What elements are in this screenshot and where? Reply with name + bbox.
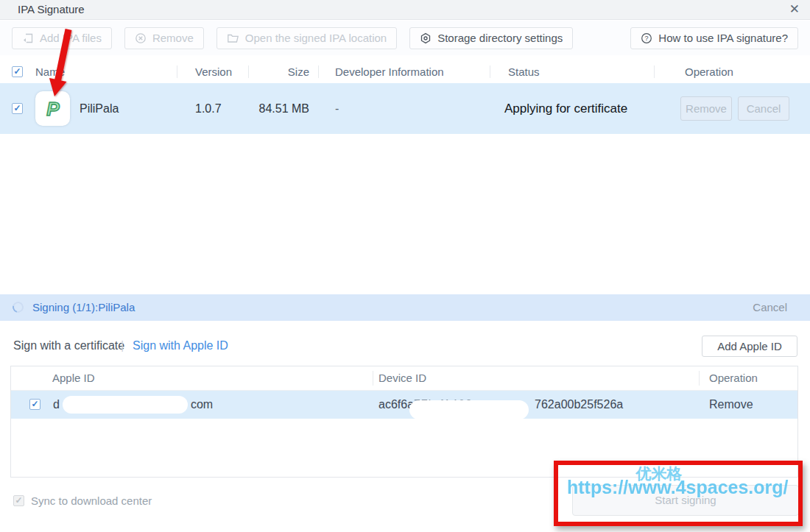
sync-download-checkbox: ✓ bbox=[13, 495, 24, 506]
tab-sign-with-certificate[interactable]: Sign with a certificate bbox=[13, 330, 124, 362]
tab-divider: | bbox=[121, 330, 124, 362]
apple-id-prefix: d bbox=[53, 398, 60, 411]
app-size: 84.51 MB bbox=[243, 83, 309, 134]
pilipala-logo-icon: P bbox=[40, 96, 66, 121]
blur-redaction bbox=[63, 396, 188, 414]
sync-download-label: Sync to download center bbox=[31, 494, 152, 507]
device-id-prefix: ac6f6a bbox=[378, 398, 414, 411]
column-divider bbox=[373, 371, 373, 386]
folder-icon bbox=[227, 32, 239, 44]
apple-id-value: dcom bbox=[53, 391, 213, 419]
svg-text:P: P bbox=[46, 98, 60, 120]
apple-id-remove-button[interactable]: Remove bbox=[709, 391, 753, 419]
svg-text:?: ? bbox=[645, 35, 649, 42]
tab-sign-with-apple-id[interactable]: Sign with Apple ID bbox=[133, 330, 228, 362]
open-signed-ipa-location-button[interactable]: Open the signed IPA location bbox=[216, 27, 397, 49]
app-developer-info: - bbox=[335, 83, 339, 134]
gear-icon bbox=[420, 32, 432, 44]
sign-method-tabs: Sign with a certificate | Sign with Appl… bbox=[0, 330, 810, 362]
app-version: 1.0.7 bbox=[195, 83, 222, 134]
ipa-table-header: ✓ Name Size Version Developer Informatio… bbox=[0, 60, 810, 83]
column-divider bbox=[318, 65, 319, 78]
add-ipa-files-label: Add IPA files bbox=[40, 32, 102, 44]
column-operation: Operation bbox=[709, 366, 758, 390]
row-remove-button[interactable]: Remove bbox=[680, 96, 732, 121]
add-file-icon bbox=[22, 32, 34, 44]
app-status: Applying for certificate bbox=[504, 83, 627, 134]
select-all-checkbox[interactable]: ✓ bbox=[12, 66, 23, 77]
remove-label: Remove bbox=[152, 32, 194, 44]
column-name: Name bbox=[35, 60, 65, 83]
column-divider bbox=[177, 65, 177, 78]
question-circle-icon: ? bbox=[641, 32, 652, 44]
ipa-table-row[interactable]: ✓ P PiliPala 1.0.7 84.51 MB - Applying f… bbox=[0, 83, 810, 134]
column-device-id: Device ID bbox=[378, 366, 426, 390]
column-divider bbox=[699, 371, 700, 386]
add-ipa-files-button[interactable]: Add IPA files bbox=[12, 27, 112, 49]
apple-id-table: Apple ID Device ID Operation ✓ dcom ac6f… bbox=[10, 366, 798, 478]
start-signing-button[interactable]: Start signing bbox=[572, 485, 799, 516]
app-name: PiliPala bbox=[80, 83, 119, 134]
check-icon: ✓ bbox=[15, 495, 22, 506]
signing-progress-label: Signing (1/1):PiliPala bbox=[32, 294, 135, 321]
signing-cancel-button[interactable]: Cancel bbox=[753, 294, 787, 321]
window-titlebar: IPA Signature ✕ bbox=[0, 0, 810, 20]
blur-redaction bbox=[409, 400, 529, 419]
device-id-suffix: 762a00b25f526a bbox=[535, 398, 623, 411]
apple-id-checkbox[interactable]: ✓ bbox=[29, 399, 40, 410]
open-signed-ipa-location-label: Open the signed IPA location bbox=[245, 32, 387, 44]
window-title: IPA Signature bbox=[18, 3, 85, 15]
device-id-masked-area: 77b f1409 bbox=[414, 391, 535, 419]
storage-directory-settings-label: Storage directory settings bbox=[437, 32, 563, 44]
add-apple-id-button[interactable]: Add Apple ID bbox=[702, 336, 797, 357]
remove-button[interactable]: Remove bbox=[124, 27, 204, 49]
column-size: Size bbox=[288, 65, 309, 78]
column-operation: Operation bbox=[685, 60, 733, 83]
close-icon[interactable]: ✕ bbox=[789, 1, 800, 17]
how-to-use-label: How to use IPA signature? bbox=[658, 32, 788, 44]
row-checkbox[interactable]: ✓ bbox=[12, 103, 23, 114]
row-cancel-button[interactable]: Cancel bbox=[738, 96, 789, 121]
check-icon: ✓ bbox=[13, 66, 21, 77]
column-divider bbox=[248, 65, 249, 78]
device-id-value: ac6f6a77b f1409762a00b25f526a bbox=[378, 391, 623, 419]
spinner-icon bbox=[10, 299, 25, 314]
column-status: Status bbox=[508, 60, 540, 83]
column-apple-id: Apple ID bbox=[52, 366, 95, 390]
apple-id-table-header: Apple ID Device ID Operation bbox=[11, 366, 797, 391]
toolbar: Add IPA files Remove Open the signed IPA… bbox=[0, 21, 810, 55]
column-version: Version bbox=[195, 60, 232, 83]
pilipala-app-icon: P bbox=[35, 91, 70, 126]
check-icon: ✓ bbox=[31, 399, 38, 409]
how-to-use-button[interactable]: ? How to use IPA signature? bbox=[630, 27, 798, 49]
signing-progress-bar: Signing (1/1):PiliPala Cancel bbox=[0, 294, 810, 321]
column-divider bbox=[490, 65, 490, 78]
column-divider bbox=[654, 65, 655, 78]
storage-directory-settings-button[interactable]: Storage directory settings bbox=[409, 27, 573, 49]
check-icon: ✓ bbox=[13, 103, 21, 113]
column-developer: Developer Information bbox=[335, 60, 444, 83]
column-size-anchor: Size bbox=[243, 60, 309, 83]
apple-id-suffix: com bbox=[191, 398, 213, 411]
remove-circle-icon bbox=[135, 32, 147, 44]
apple-id-row[interactable]: ✓ dcom ac6f6a77b f1409762a00b25f526a Rem… bbox=[11, 391, 797, 419]
